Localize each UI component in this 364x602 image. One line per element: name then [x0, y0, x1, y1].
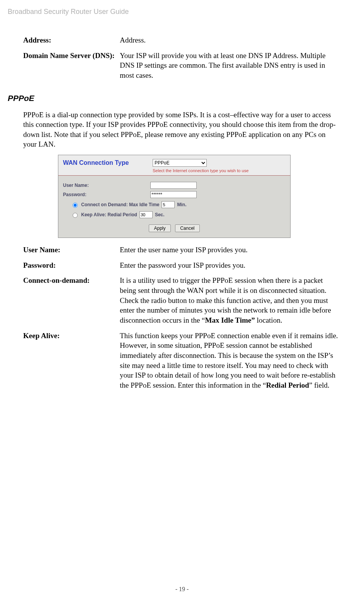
- definition-row: Domain Name Server (DNS): Your ISP will …: [23, 51, 341, 80]
- definition-description: Your ISP will provide you with at least …: [120, 51, 341, 80]
- password-label: Password:: [63, 192, 148, 197]
- minutes-unit: Min.: [177, 202, 186, 207]
- definition-term: Domain Name Server (DNS):: [23, 51, 120, 80]
- page-number: - 19 -: [0, 586, 364, 593]
- page: Broadband Security Router User Guide Add…: [0, 0, 364, 602]
- definition-row: User Name: Enter the user name your ISP …: [23, 245, 341, 255]
- bold-text: Redial Period: [266, 381, 309, 389]
- definition-term: User Name:: [23, 245, 120, 255]
- definition-description: Enter the password your ISP provides you…: [120, 260, 341, 270]
- definition-row: Connect-on-demand: It is a utility used …: [23, 275, 341, 325]
- wan-connection-type-label: WAN Connection Type: [63, 159, 148, 166]
- bold-text: Max Idle Time”: [205, 316, 255, 324]
- connect-on-demand-radio[interactable]: [73, 203, 78, 208]
- definition-description: Address.: [120, 35, 341, 45]
- definition-row: Address: Address.: [23, 35, 341, 45]
- definition-description: This function keeps your PPPoE connectio…: [120, 331, 341, 390]
- definition-description: It is a utility used to trigger the PPPo…: [120, 275, 341, 325]
- cancel-button[interactable]: Cancel: [175, 224, 199, 232]
- wan-connection-type-select[interactable]: PPPoE: [153, 159, 207, 167]
- redial-period-input[interactable]: [139, 211, 153, 218]
- section-intro: PPPoE is a dial-up connection type provi…: [23, 110, 341, 150]
- text-run: location.: [255, 316, 282, 324]
- keep-alive-row: Keep Alive: Redial Period Sec.: [71, 211, 286, 218]
- definition-description: Enter the user name your ISP provides yo…: [120, 245, 341, 255]
- text-run: ” field.: [309, 381, 330, 389]
- text-run: This function keeps your PPPoE connectio…: [120, 332, 338, 389]
- max-idle-time-input[interactable]: [162, 201, 175, 208]
- username-input[interactable]: [150, 182, 197, 189]
- seconds-unit: Sec.: [155, 212, 165, 217]
- keep-alive-label: Keep Alive: Redial Period: [81, 212, 137, 217]
- password-input[interactable]: [150, 191, 197, 198]
- connect-on-demand-row: Connect on Demand: Max Idle Time Min.: [71, 201, 286, 208]
- screenshot-title-row: WAN Connection Type PPPoE: [63, 159, 286, 167]
- keep-alive-radio[interactable]: [73, 213, 78, 218]
- screenshot-header: WAN Connection Type PPPoE Select the Int…: [58, 155, 290, 176]
- definition-term: Address:: [23, 35, 120, 45]
- definition-row: Keep Alive: This function keeps your PPP…: [23, 331, 341, 390]
- definition-row: Password: Enter the password your ISP pr…: [23, 260, 341, 270]
- screenshot-body: User Name: Password: Connect on Demand: …: [58, 176, 290, 238]
- connect-on-demand-label: Connect on Demand: Max Idle Time: [81, 202, 159, 207]
- software-screenshot: WAN Connection Type PPPoE Select the Int…: [58, 155, 291, 238]
- document-header: Broadband Security Router User Guide: [8, 8, 341, 16]
- username-row: User Name:: [63, 182, 286, 189]
- definition-term: Keep Alive:: [23, 331, 120, 390]
- section-heading-pppoe: PPPoE: [8, 94, 341, 103]
- username-label: User Name:: [63, 183, 148, 188]
- apply-button[interactable]: Apply: [149, 224, 170, 232]
- definition-term: Connect-on-demand:: [23, 275, 120, 325]
- screenshot-buttons: Apply Cancel: [63, 224, 286, 232]
- screenshot-subtitle: Select the Internet connection type you …: [153, 168, 286, 173]
- password-row: Password:: [63, 191, 286, 198]
- definition-term: Password:: [23, 260, 120, 270]
